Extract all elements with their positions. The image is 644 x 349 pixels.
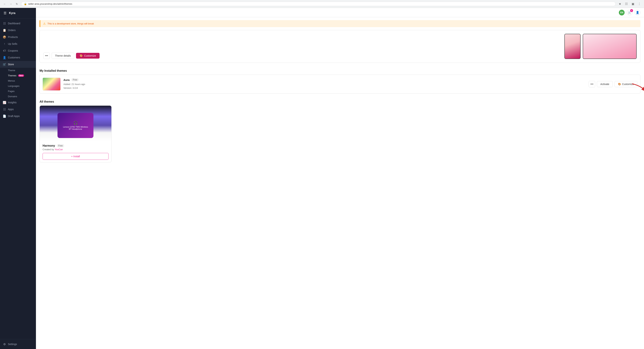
user-icon: 👤: [636, 11, 639, 14]
draft-apps-icon: 📄: [3, 114, 6, 118]
sidebar-header: ☰ Kyra: [0, 8, 36, 18]
sidebar-item-products[interactable]: 📦 Products: [0, 34, 36, 40]
sidebar-item-customers[interactable]: 👤 Customers: [0, 54, 36, 61]
tablet-preview-image: [583, 34, 636, 58]
installed-theme-card: Aura Free Added: 21 hours ago Version: 3…: [40, 74, 640, 94]
sidebar-item-label: Apps: [8, 108, 14, 111]
theme-name: Aura: [64, 78, 70, 82]
all-themes-grid: 🎧 Lenovo QT82 TWS Wireless BT Headphone …: [36, 106, 644, 166]
sidebar-item-label: Dashboard: [8, 22, 20, 25]
upsells-icon: ↑: [3, 42, 6, 46]
sidebar-item-store[interactable]: 🛒 Store: [0, 61, 36, 68]
sidebar-item-apps[interactable]: ☷ Apps: [0, 106, 36, 113]
more-dots-icon: •••: [590, 82, 594, 86]
sidebar-item-coupons[interactable]: 🏷 Coupons: [0, 47, 36, 54]
apps-icon: ☷: [3, 108, 6, 111]
browser-action-buttons: ★ ☷ ▣ ⋮: [618, 2, 642, 6]
forward-button[interactable]: →: [8, 2, 13, 6]
avatar-button[interactable]: EN: [619, 10, 624, 16]
split-button[interactable]: ▣: [630, 2, 636, 6]
sidebar-item-upsells[interactable]: ↑ Up Sells: [0, 40, 36, 47]
sidebar-item-label: Draft Apps: [8, 115, 20, 118]
theme-details-button[interactable]: Theme details: [52, 53, 74, 59]
dashboard-icon: ☷: [3, 22, 6, 25]
browser-chrome: ← → ↻ 🔒 seller-area.youcanshop.dev/admin…: [0, 0, 644, 8]
customize-label: Customize: [622, 83, 634, 86]
installed-theme-more-button[interactable]: •••: [589, 81, 595, 87]
more-icon: •••: [45, 54, 48, 57]
sidebar-navigation: ☷ Dashboard 📋 Orders 📦 Products ↑ Up Sel…: [0, 18, 36, 339]
sidebar-subitem-languages[interactable]: Languages: [8, 84, 36, 88]
theme-preview-images: [564, 34, 637, 59]
free-badge: Free: [71, 78, 79, 82]
activate-button[interactable]: Activate: [597, 81, 613, 87]
main-content: ⚠ This is a development store, things wi…: [36, 17, 644, 349]
hamburger-button[interactable]: ☰: [3, 10, 7, 16]
sidebar-item-label: Products: [8, 36, 18, 38]
themes-label: Themes: [8, 74, 16, 77]
menus-label: Menus: [8, 80, 15, 82]
pages-label: Pages: [8, 90, 14, 92]
installed-theme-customize-button[interactable]: 🎨 Customize: [614, 81, 637, 87]
user-profile-button[interactable]: 👤: [635, 10, 640, 16]
theme-info: Aura Free Added: 21 hours ago Version: 3…: [64, 78, 586, 90]
new-badge: New: [18, 74, 24, 77]
harmony-free-badge: Free: [57, 144, 64, 147]
sidebar-subitem-themes[interactable]: Themes New: [8, 73, 36, 78]
refresh-button[interactable]: ↻: [14, 2, 20, 6]
cart-button[interactable]: 🛒 0: [627, 10, 632, 16]
url-text: seller-area.youcanshop.dev/admin/themes: [28, 2, 613, 5]
thumbnail-image: [43, 78, 60, 90]
store-icon: 🛒: [3, 63, 6, 66]
more-options-button[interactable]: •••: [43, 52, 50, 59]
extension-button[interactable]: ☷: [624, 2, 629, 6]
customize-label: Customize: [84, 54, 96, 57]
sidebar-subitem-theme[interactable]: Theme: [8, 68, 36, 73]
sidebar-item-draft-apps[interactable]: 📄 Draft Apps: [0, 113, 36, 120]
active-theme-card: ••• Theme details 🎨 Customize: [40, 30, 640, 63]
nav-buttons: ← → ↻: [2, 2, 20, 6]
orders-icon: 📋: [3, 28, 6, 32]
sidebar-item-orders[interactable]: 📋 Orders: [0, 27, 36, 34]
author-name: YouCan: [54, 148, 63, 151]
author-prefix: Created by: [42, 148, 54, 151]
install-button[interactable]: + Install: [42, 153, 108, 160]
back-button[interactable]: ←: [2, 2, 7, 6]
sidebar-item-label: Store: [8, 63, 14, 66]
mobile-preview: [564, 34, 580, 59]
menu-button[interactable]: ⋮: [637, 2, 642, 6]
sidebar-item-dashboard[interactable]: ☷ Dashboard: [0, 20, 36, 27]
sidebar-item-insights[interactable]: 📈 Insights: [0, 99, 36, 106]
harmony-preview: 🎧 Lenovo QT82 TWS Wireless BT Headphone: [40, 106, 112, 142]
sidebar-item-settings[interactable]: ⚙ Settings: [0, 341, 36, 348]
sidebar-subitem-menus[interactable]: Menus: [8, 78, 36, 84]
sidebar-footer: ⚙ Settings: [0, 339, 36, 349]
topbar: EN 🛒 0 👤: [36, 8, 644, 17]
warning-text: This is a development store, things will…: [48, 22, 94, 25]
sidebar-subitem-pages[interactable]: Pages: [8, 88, 36, 94]
coupons-icon: 🏷: [3, 49, 6, 52]
author-link[interactable]: YouCan: [54, 148, 63, 151]
store-name: Kyra: [9, 12, 16, 15]
harmony-theme-card: 🎧 Lenovo QT82 TWS Wireless BT Headphone …: [40, 106, 112, 162]
hamburger-icon: ☰: [4, 11, 6, 15]
sidebar-item-label: Customers: [8, 56, 20, 59]
star-button[interactable]: ★: [618, 2, 622, 6]
customize-button[interactable]: 🎨 Customize: [76, 53, 100, 58]
sidebar-subitem-domains[interactable]: Domains: [8, 94, 36, 99]
sidebar-item-label: Orders: [8, 29, 16, 32]
warning-icon: ⚠: [43, 22, 46, 25]
harmony-author: Created by YouCan: [42, 148, 108, 151]
tablet-preview: [583, 34, 637, 59]
topbar-actions: EN 🛒 0 👤: [619, 10, 640, 16]
sidebar-item-label: Up Sells: [8, 42, 17, 45]
address-bar[interactable]: 🔒 seller-area.youcanshop.dev/admin/theme…: [21, 2, 616, 6]
customers-icon: 👤: [3, 56, 6, 59]
products-icon: 📦: [3, 36, 6, 39]
theme-label: Theme: [8, 69, 15, 72]
sidebar-item-label: Insights: [8, 101, 16, 104]
installed-themes-header: My Installed themes: [36, 66, 644, 74]
avatar-initials: EN: [620, 11, 623, 14]
theme-meta: Added: 21 hours ago Version: 3.0.8: [64, 82, 586, 90]
dev-warning-banner: ⚠ This is a development store, things wi…: [40, 20, 640, 27]
